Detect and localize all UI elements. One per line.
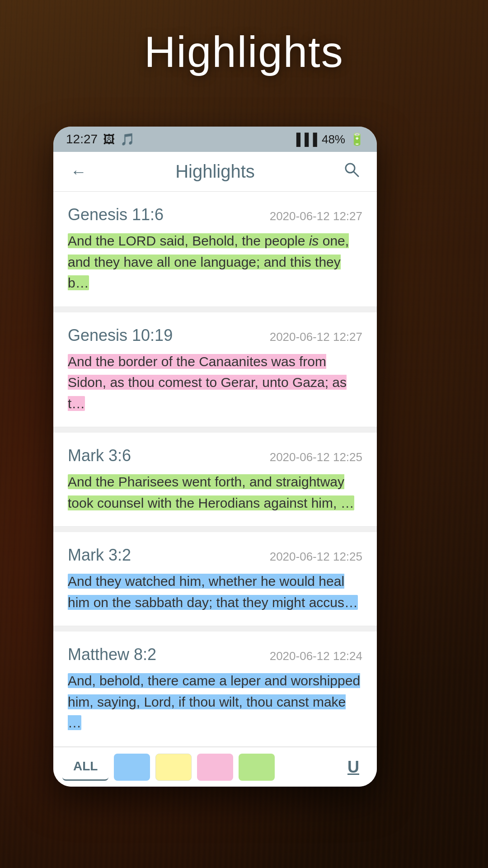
highlighted-text: And the LORD said, Behold, the people is… [68,233,349,290]
signal-icon: ▐▐▐ [292,132,317,146]
highlighted-text: And the border of the Canaanites was fro… [68,354,347,411]
search-button[interactable] [339,159,364,184]
status-time: 12:27 [66,132,98,146]
status-bar: 12:27 🖼 🎵 ▐▐▐ 48% 🔋 [53,127,377,152]
card-text: And the border of the Canaanites was fro… [68,351,362,415]
back-arrow-icon: ← [70,162,87,181]
header-title: Highlights [91,161,339,182]
card-separator [53,307,377,312]
filter-blue-button[interactable] [114,754,150,781]
bluetooth-icon: 🎵 [120,132,135,146]
phone-frame: 12:27 🖼 🎵 ▐▐▐ 48% 🔋 ← Highlights [53,127,377,787]
filter-all-label: ALL [73,759,98,774]
status-right: ▐▐▐ 48% 🔋 [292,132,364,146]
page-title: Highlights [0,27,488,77]
filter-green-button[interactable] [239,754,275,781]
app-header: ← Highlights [53,152,377,192]
card-reference: Mark 3:2 [68,546,131,565]
card-reference: Matthew 8:2 [68,645,156,664]
svg-line-1 [354,172,358,176]
card-date: 2020-06-12 12:27 [270,330,362,344]
battery-level: 48% [322,132,345,146]
card-header: Mark 3:2 2020-06-12 12:25 [68,546,362,565]
card-reference: Mark 3:6 [68,446,131,465]
highlight-card-genesis-11-6[interactable]: Genesis 11:6 2020-06-12 12:27 And the LO… [53,192,377,307]
card-date: 2020-06-12 12:25 [270,450,362,464]
filter-all-button[interactable]: ALL [62,754,108,781]
card-header: Matthew 8:2 2020-06-12 12:24 [68,645,362,664]
card-text: And, behold, there came a leper and wors… [68,670,362,734]
highlight-card-matthew-8-2[interactable]: Matthew 8:2 2020-06-12 12:24 And, behold… [53,632,377,747]
back-button[interactable]: ← [66,159,91,184]
highlighted-text: And they watched him, whether he would h… [68,574,358,610]
bottom-toolbar: ALL U [53,747,377,787]
card-text: And they watched him, whether he would h… [68,571,362,613]
search-icon [343,161,360,182]
battery-icon: 🔋 [350,132,364,146]
filter-underline-button[interactable]: U [339,754,368,781]
card-separator [53,427,377,433]
card-date: 2020-06-12 12:25 [270,550,362,564]
card-separator [53,527,377,532]
card-separator [53,626,377,632]
highlight-card-genesis-10-19[interactable]: Genesis 10:19 2020-06-12 12:27 And the b… [53,312,377,428]
filter-yellow-button[interactable] [155,754,192,781]
highlight-card-mark-3-6[interactable]: Mark 3:6 2020-06-12 12:25 And the Pharis… [53,433,377,527]
card-text: And the LORD said, Behold, the people is… [68,231,362,294]
card-date: 2020-06-12 12:27 [270,209,362,223]
filter-pink-button[interactable] [197,754,233,781]
highlighted-text: And, behold, there came a leper and wors… [68,673,360,730]
card-text: And the Pharisees went forth, and straig… [68,472,362,514]
content-area: Genesis 11:6 2020-06-12 12:27 And the LO… [53,192,377,747]
card-reference: Genesis 11:6 [68,205,164,224]
highlighted-text: And the Pharisees went forth, and straig… [68,474,354,510]
card-date: 2020-06-12 12:24 [270,649,362,663]
card-header: Mark 3:6 2020-06-12 12:25 [68,446,362,465]
highlight-card-mark-3-2[interactable]: Mark 3:2 2020-06-12 12:25 And they watch… [53,532,377,626]
page-title-area: Highlights [0,27,488,77]
card-header: Genesis 11:6 2020-06-12 12:27 [68,205,362,224]
status-left: 12:27 🖼 🎵 [66,132,135,146]
photo-icon: 🖼 [103,132,115,146]
card-reference: Genesis 10:19 [68,326,173,345]
card-header: Genesis 10:19 2020-06-12 12:27 [68,326,362,345]
underline-label: U [347,758,359,777]
